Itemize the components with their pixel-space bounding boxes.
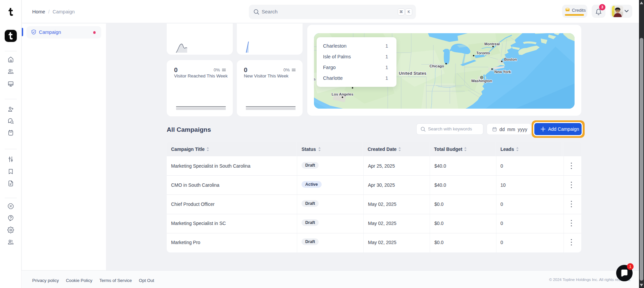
svg-text:New York: New York (494, 70, 511, 74)
svg-text:Washington: Washington (471, 79, 492, 83)
svg-text:Toronto: Toronto (476, 51, 490, 55)
svg-text:United States: United States (399, 71, 426, 76)
svg-text:Montreal: Montreal (484, 42, 500, 46)
svg-text:Boston: Boston (504, 57, 517, 61)
svg-text:Chicago: Chicago (430, 64, 444, 68)
svg-text:Los Angeles: Los Angeles (332, 92, 354, 96)
